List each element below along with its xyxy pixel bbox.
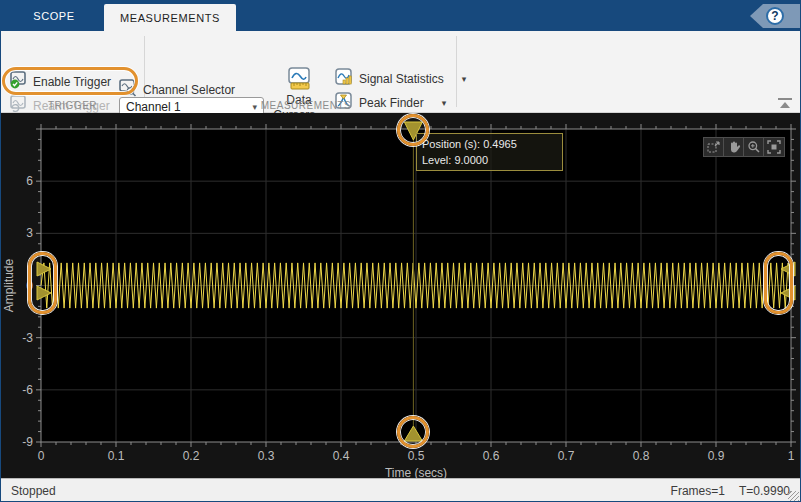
- y-tick-label: -3: [22, 331, 33, 345]
- tab-bar: SCOPE MEASUREMENTS ?: [1, 1, 800, 31]
- x-tick-label: 0.5: [408, 449, 425, 463]
- trigger-readout-tooltip: Position (s): 0.4965 Level: 9.0000: [416, 133, 563, 171]
- x-tick-label: 0.1: [108, 449, 125, 463]
- status-text: Stopped: [11, 484, 56, 498]
- signal-statistics-label: Signal Statistics: [359, 72, 444, 86]
- enable-trigger-label: Enable Trigger: [33, 75, 111, 89]
- section-divider: [456, 36, 457, 107]
- x-tick-label: 0.9: [708, 449, 725, 463]
- y-axis-title: Amplitude: [2, 259, 16, 313]
- signal-statistics-icon: [335, 68, 353, 89]
- chevron-down-icon: ▾: [442, 98, 447, 108]
- channel-dropdown-value: Channel 1: [126, 100, 181, 114]
- help-icon: ?: [766, 7, 784, 25]
- ribbon-toolstrip: Enable Trigger Rearm Trigger ⚙: [1, 31, 800, 113]
- x-tick-label: 0.8: [633, 449, 650, 463]
- zoom-region-button[interactable]: [704, 138, 724, 156]
- x-axis-title: Time (secs): [385, 466, 447, 478]
- x-tick-label: 1: [788, 449, 795, 463]
- fit-to-view-button[interactable]: [764, 138, 784, 156]
- collapse-ribbon-button[interactable]: [778, 98, 792, 109]
- x-tick-label: 0.3: [258, 449, 275, 463]
- channel-selector-label: Channel Selector: [143, 83, 235, 97]
- x-tick-label: 0: [38, 449, 45, 463]
- measurements-section-label: MEASUREMENTS: [226, 100, 386, 111]
- tab-measurements[interactable]: MEASUREMENTS: [104, 4, 236, 31]
- pan-hand-button[interactable]: [724, 138, 744, 156]
- enable-trigger-button[interactable]: Enable Trigger: [9, 71, 111, 92]
- waveform-plot: 00.10.20.30.40.50.60.70.80.91630-3-6-9Ti…: [1, 113, 801, 478]
- signal-statistics-button[interactable]: Signal Statistics ▾: [335, 68, 466, 89]
- resize-grip-icon[interactable]: [788, 491, 799, 502]
- help-button[interactable]: ?: [750, 4, 800, 28]
- y-tick-label: -6: [22, 383, 33, 397]
- zoom-in-button[interactable]: [744, 138, 764, 156]
- scope-window: SCOPE MEASUREMENTS ? Enable Trigger: [0, 0, 801, 502]
- y-tick-label: 6: [26, 174, 33, 188]
- trigger-position-value: Position (s): 0.4965: [422, 136, 557, 152]
- x-tick-label: 0.2: [183, 449, 200, 463]
- status-bar: Stopped Frames=1 T=0.9990: [1, 478, 800, 502]
- scope-display: 00.10.20.30.40.50.60.70.80.91630-3-6-9Ti…: [1, 113, 800, 478]
- chevron-down-icon: ▾: [462, 74, 467, 84]
- x-tick-label: 0.6: [483, 449, 500, 463]
- y-tick-label: 0: [26, 279, 33, 293]
- tab-scope[interactable]: SCOPE: [11, 1, 97, 31]
- sim-time: T=0.9990: [739, 484, 790, 498]
- y-tick-label: -9: [22, 435, 33, 449]
- plot-mini-toolbar: [703, 137, 785, 157]
- trigger-level-value: Level: 9.0000: [422, 152, 557, 168]
- frames-counter: Frames=1: [671, 484, 725, 498]
- y-tick-label: 3: [26, 226, 33, 240]
- data-cursors-button[interactable]: [287, 67, 312, 95]
- x-tick-label: 0.4: [333, 449, 350, 463]
- enable-trigger-icon: [9, 71, 27, 92]
- x-tick-label: 0.7: [558, 449, 575, 463]
